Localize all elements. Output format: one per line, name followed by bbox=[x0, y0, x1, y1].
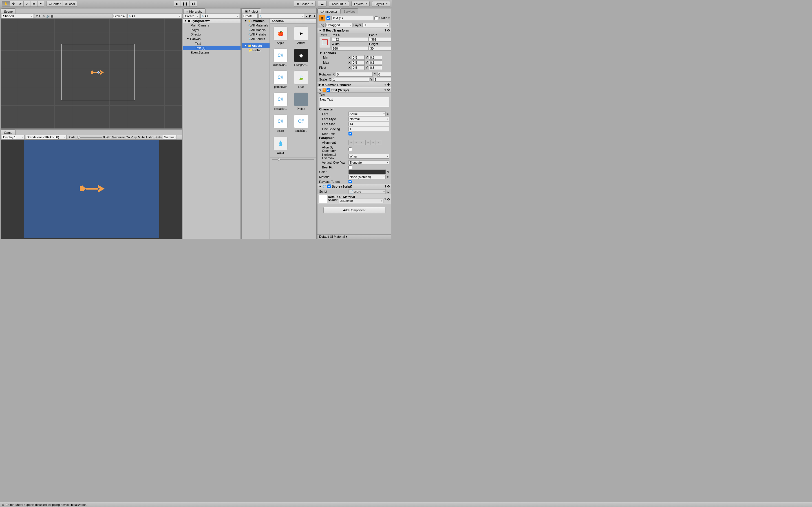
display-dropdown[interactable]: Display 1 bbox=[2, 135, 24, 139]
rot-y[interactable] bbox=[377, 72, 391, 76]
thumb-size-slider[interactable] bbox=[272, 159, 314, 160]
move-tool-icon[interactable]: ✥ bbox=[10, 1, 17, 6]
asset-item[interactable]: C#obstacle... bbox=[273, 93, 288, 110]
pos-y-field[interactable] bbox=[369, 37, 391, 42]
pause-icon[interactable]: ❚❚ bbox=[181, 1, 190, 6]
score-enabled[interactable] bbox=[327, 184, 331, 188]
hierarchy-tab[interactable]: ≡ Hierarchy bbox=[183, 8, 206, 13]
fav-item[interactable]: All Materials bbox=[242, 23, 269, 27]
asset-item[interactable]: C#touchJu... bbox=[293, 114, 309, 132]
voverflow-dropdown[interactable]: Truncate bbox=[349, 160, 389, 165]
asset-item[interactable]: 💧Water bbox=[273, 136, 288, 154]
fav-item[interactable]: All Models bbox=[242, 27, 269, 32]
help-icon[interactable]: ? bbox=[384, 185, 386, 188]
aspect-dropdown[interactable]: Standalone (1024x768) bbox=[26, 135, 66, 139]
asset-item[interactable]: 🍃Leaf bbox=[293, 70, 309, 89]
max-on-play-toggle[interactable]: Maximize On Play bbox=[112, 135, 137, 139]
inspector-tab[interactable]: ⓘ Inspector bbox=[317, 8, 340, 13]
help-icon[interactable]: ? bbox=[384, 83, 386, 87]
hierarchy-search[interactable]: All bbox=[200, 14, 239, 18]
assets-folder[interactable]: 📁 Prefab bbox=[242, 48, 269, 52]
game-gizmos-dropdown[interactable]: Gizmos bbox=[163, 135, 176, 139]
scl-y[interactable] bbox=[373, 77, 391, 82]
object-picker-icon[interactable]: ⊙ bbox=[387, 175, 389, 179]
h-align-group[interactable]: ≡≡≡ bbox=[349, 140, 364, 145]
font-field[interactable]: A Arial bbox=[349, 112, 386, 116]
audio-icon[interactable]: 🔊 bbox=[46, 14, 50, 18]
gear-icon[interactable]: ⚙ bbox=[387, 184, 390, 188]
hand-tool-icon[interactable]: ✋ bbox=[2, 1, 10, 6]
gizmos-dropdown[interactable]: Gizmos bbox=[112, 14, 126, 18]
layer-dropdown[interactable]: UI bbox=[362, 23, 389, 27]
star-icon[interactable]: ★ bbox=[312, 14, 316, 18]
shader-dropdown[interactable]: UI/Default bbox=[339, 199, 384, 203]
pos-x-field[interactable] bbox=[332, 37, 368, 42]
height-field[interactable] bbox=[369, 46, 391, 51]
step-icon[interactable]: ▶| bbox=[190, 1, 197, 6]
pivot-handle-toggle[interactable]: ⊕ Center ⊗ Local bbox=[47, 1, 77, 7]
layout-dropdown[interactable]: Layout bbox=[372, 1, 390, 7]
object-name-field[interactable] bbox=[331, 16, 373, 20]
anchor-preset-button[interactable] bbox=[319, 37, 331, 48]
mute-audio-toggle[interactable]: Mute Audio bbox=[138, 135, 153, 139]
scene-2d-toggle[interactable]: 2D bbox=[34, 14, 42, 18]
scale-tool-icon[interactable]: ⤢ bbox=[24, 1, 31, 6]
pivot-local-button[interactable]: ⊗ Local bbox=[63, 1, 77, 6]
canvas-renderer-header[interactable]: Canvas Renderer bbox=[325, 83, 351, 87]
eyedropper-icon[interactable]: ✎ bbox=[387, 170, 389, 174]
object-picker-icon[interactable]: ⊙ bbox=[387, 112, 389, 116]
object-picker-icon[interactable]: ⊙ bbox=[387, 190, 389, 193]
scene-shading-dropdown[interactable]: Shaded bbox=[2, 14, 33, 18]
anchor-max-y[interactable] bbox=[369, 60, 382, 65]
add-component-button[interactable]: Add Component bbox=[323, 207, 386, 213]
v-align-group[interactable]: ≡≡≡ bbox=[365, 140, 381, 145]
linespacing-field[interactable] bbox=[349, 127, 389, 131]
active-checkbox[interactable] bbox=[326, 16, 330, 20]
asset-item[interactable]: ➤Arrow bbox=[293, 26, 309, 45]
asset-item[interactable]: C#cloneObs... bbox=[273, 48, 288, 66]
services-tab[interactable]: Services bbox=[340, 8, 358, 13]
hierarchy-item[interactable]: Text bbox=[183, 41, 241, 46]
text-field[interactable]: New Text bbox=[319, 97, 389, 107]
fav-item[interactable]: All Scripts bbox=[242, 37, 269, 41]
account-dropdown[interactable]: Account bbox=[329, 1, 349, 7]
fx-icon[interactable]: ▦ bbox=[50, 14, 54, 18]
project-create-dropdown[interactable]: Create bbox=[242, 14, 258, 18]
collab-button[interactable]: ◉ Collab bbox=[294, 1, 315, 7]
hierarchy-item-selected[interactable]: Text (1) bbox=[183, 46, 241, 50]
help-icon[interactable]: ? bbox=[384, 29, 386, 32]
game-tab[interactable]: Game bbox=[1, 129, 15, 135]
asset-item[interactable]: C#score bbox=[273, 114, 288, 132]
gear-icon[interactable]: ⚙ bbox=[387, 83, 390, 87]
cloud-icon[interactable]: ☁ bbox=[318, 1, 326, 7]
project-search[interactable] bbox=[258, 14, 304, 18]
assets-root[interactable]: ▼📁 Assets bbox=[242, 43, 269, 48]
asset-item[interactable]: C#gameover bbox=[273, 70, 288, 89]
hierarchy-item[interactable]: ▼Canvas bbox=[183, 37, 241, 41]
scale-slider[interactable] bbox=[77, 137, 102, 138]
asset-item[interactable]: Prefab bbox=[293, 93, 309, 110]
help-icon[interactable]: ? bbox=[384, 198, 386, 201]
anchor-min-y[interactable] bbox=[369, 55, 382, 60]
fontstyle-dropdown[interactable]: Normal bbox=[349, 117, 389, 121]
rot-x[interactable] bbox=[336, 72, 373, 76]
help-icon[interactable]: ? bbox=[384, 89, 386, 92]
anchor-min-x[interactable] bbox=[352, 55, 364, 60]
width-field[interactable] bbox=[332, 46, 368, 51]
hierarchy-item[interactable]: EventSystem bbox=[183, 50, 241, 55]
gizmo-pivot-icon[interactable] bbox=[97, 71, 100, 73]
hierarchy-item[interactable]: Main Camera bbox=[183, 23, 241, 27]
rect-transform-header[interactable]: Rect Transform bbox=[326, 29, 349, 32]
gear-icon[interactable]: ⚙ bbox=[387, 88, 390, 92]
richtext-checkbox[interactable] bbox=[349, 132, 352, 135]
asset-item[interactable]: ◆FlyingArr... bbox=[293, 48, 309, 66]
material-field[interactable]: None (Material) bbox=[349, 175, 386, 179]
play-icon[interactable]: ▶ bbox=[174, 1, 181, 6]
static-checkbox[interactable] bbox=[374, 16, 378, 20]
text-enabled[interactable] bbox=[326, 88, 330, 92]
anchor-max-x[interactable] bbox=[352, 60, 364, 65]
rect-tool-icon[interactable]: ▭ bbox=[31, 1, 38, 6]
pivot-x[interactable] bbox=[352, 65, 364, 70]
raycast-checkbox[interactable] bbox=[349, 180, 352, 183]
anchors-foldout[interactable]: Anchors bbox=[323, 51, 336, 55]
